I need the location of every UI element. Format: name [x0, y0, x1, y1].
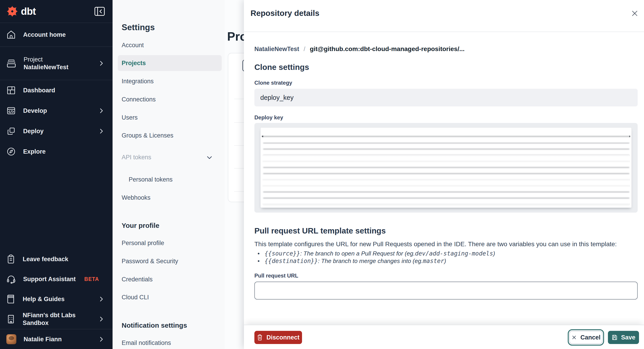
- dbt-logo-text: dbt: [21, 6, 36, 16]
- notification-settings-heading: Notification settings: [122, 321, 187, 330]
- clone-strategy-label: Clone strategy: [254, 80, 638, 86]
- user-avatar: [6, 334, 16, 344]
- feedback-clipboard-icon: [6, 254, 16, 264]
- sidebar-item-label: Explore: [23, 148, 46, 156]
- pr-variable-destination: • {{destination}} : The branch to merge …: [258, 257, 638, 265]
- settings-nav-email-notifications[interactable]: Email notifications: [122, 339, 171, 347]
- sidebar-header: dbt: [0, 0, 112, 23]
- sidebar-item-label: Project NatalieNewTest: [24, 56, 68, 71]
- settings-nav-connections[interactable]: Connections: [122, 95, 156, 104]
- source-variable-suffix: ): [493, 250, 495, 257]
- clone-strategy-select[interactable]: deploy_key: [254, 89, 638, 106]
- sidebar-item-label: Account home: [23, 31, 66, 38]
- breadcrumb-separator: /: [301, 46, 308, 52]
- sidebar-item-account-home[interactable]: Account home: [0, 23, 112, 47]
- settings-nav-password-security[interactable]: Password & Security: [122, 257, 178, 265]
- breadcrumb-project[interactable]: NatalieNewTest: [254, 46, 299, 52]
- settings-nav-credentials[interactable]: Credentials: [122, 275, 153, 284]
- sidebar-user-menu[interactable]: Natalie Fiann: [0, 329, 112, 349]
- panel-title: Repository details: [250, 8, 319, 18]
- sidebar-item-label: Help & Guides: [23, 295, 65, 303]
- sidebar-item-label: Dashboard: [23, 86, 55, 94]
- deploy-layers-icon: [6, 126, 16, 136]
- chevron-right-icon: [98, 60, 104, 66]
- sidebar-item-label: NFiann's dbt Labs Sandbox: [23, 311, 91, 327]
- dbt-logo-icon: [7, 6, 18, 17]
- settings-nav-panel: Settings Account Projects Integrations C…: [112, 0, 225, 349]
- destination-variable-example: master: [423, 257, 444, 265]
- disconnect-button-label: Disconnect: [266, 334, 300, 341]
- destination-variable-desc: : The branch to merge changes into (eg.: [318, 257, 423, 265]
- deploy-key-redacted-content: [260, 127, 632, 208]
- sidebar-item-dashboard[interactable]: Dashboard: [0, 80, 112, 100]
- project-archive-icon: [6, 58, 16, 68]
- pull-request-url-label: Pull request URL: [254, 272, 638, 279]
- deploy-key-field[interactable]: [254, 123, 638, 212]
- home-icon: [6, 30, 16, 40]
- settings-nav-users[interactable]: Users: [122, 114, 138, 122]
- sidebar-item-develop[interactable]: Develop: [0, 100, 112, 121]
- clone-settings-heading: Clone settings: [254, 62, 638, 72]
- sidebar-item-label: Develop: [23, 107, 47, 114]
- dashboard-icon: [6, 86, 16, 95]
- pull-request-url-input[interactable]: [254, 282, 638, 300]
- close-icon[interactable]: [628, 7, 641, 20]
- book-icon: [6, 294, 16, 304]
- save-floppy-icon: [612, 334, 618, 340]
- cancel-button[interactable]: Cancel: [569, 331, 602, 344]
- sidebar-item-label: Deploy: [23, 127, 44, 135]
- sidebar-item-deploy[interactable]: Deploy: [0, 121, 112, 141]
- repository-details-panel: Repository details NatalieNewTest / git@…: [244, 0, 644, 349]
- sidebar-main-nav: Dashboard Develop: [0, 80, 112, 162]
- breadcrumb: NatalieNewTest / git@github.com:dbt-clou…: [254, 45, 638, 53]
- headset-icon: [6, 274, 16, 284]
- sidebar-item-project[interactable]: Project NatalieNewTest: [0, 47, 112, 80]
- chevron-right-icon: [98, 128, 104, 134]
- settings-nav-cloud-cli[interactable]: Cloud CLI: [122, 293, 149, 301]
- settings-nav-account[interactable]: Account: [122, 41, 144, 49]
- settings-nav-api-tokens[interactable]: API tokens: [122, 153, 151, 161]
- settings-nav-personal-tokens[interactable]: Personal tokens: [129, 176, 173, 184]
- source-variable-desc: : The branch to open a Pull Request for …: [300, 250, 415, 257]
- dbt-cloud-app: dbt Account home: [0, 0, 644, 349]
- settings-title: Settings: [122, 23, 155, 32]
- cancel-button-label: Cancel: [580, 334, 601, 341]
- panel-footer: Disconnect Cancel Save: [244, 325, 644, 349]
- user-name: Natalie Fiann: [24, 336, 62, 343]
- settings-nav-integrations[interactable]: Integrations: [122, 77, 154, 85]
- settings-nav-personal-profile[interactable]: Personal profile: [122, 239, 164, 247]
- sidebar-item-help-guides[interactable]: Help & Guides: [0, 289, 112, 309]
- disconnect-button[interactable]: Disconnect: [254, 331, 302, 344]
- cancel-x-icon: [572, 335, 577, 340]
- chevron-down-icon[interactable]: [206, 154, 213, 161]
- destination-variable-suffix: ): [444, 257, 446, 265]
- clone-strategy-value: deploy_key: [260, 94, 294, 102]
- sidebar-item-support-assistant[interactable]: Support Assistant BETA: [0, 269, 112, 289]
- chevron-right-icon: [98, 336, 104, 342]
- sidebar-bottom-nav: Leave feedback Support Assistant BETA: [0, 249, 112, 349]
- deploy-key-label: Deploy key: [254, 114, 638, 121]
- sidebar-item-leave-feedback[interactable]: Leave feedback: [0, 249, 112, 269]
- source-variable-code: {{source}}: [264, 250, 300, 257]
- panel-header: Repository details: [244, 0, 644, 32]
- settings-nav-webhooks[interactable]: Webhooks: [122, 194, 150, 202]
- settings-nav-projects-label: Projects: [122, 59, 146, 67]
- sidebar-item-explore[interactable]: Explore: [0, 141, 112, 162]
- sidebar-item-org-sandbox[interactable]: NFiann's dbt Labs Sandbox: [0, 309, 112, 329]
- pr-template-description: This template configures the URL for new…: [254, 240, 638, 248]
- breadcrumb-repo-url: git@github.com:dbt-cloud-managed-reposit…: [310, 46, 464, 52]
- settings-nav-projects[interactable]: Projects: [118, 55, 222, 71]
- sidebar-item-label: Leave feedback: [23, 255, 68, 263]
- save-button[interactable]: Save: [608, 331, 639, 344]
- chevron-right-icon: [98, 296, 104, 302]
- collapse-sidebar-icon[interactable]: [94, 7, 105, 16]
- settings-nav-groups-licenses[interactable]: Groups & Licenses: [122, 132, 173, 140]
- bullet-dot: •: [258, 257, 260, 265]
- save-button-label: Save: [621, 334, 636, 341]
- trash-icon: [257, 334, 263, 340]
- destination-variable-code: {{destination}}: [264, 257, 318, 265]
- bullet-dot: •: [258, 250, 260, 257]
- dbt-logo[interactable]: dbt: [7, 6, 36, 17]
- source-variable-example: dev/add-staging-models: [415, 250, 493, 257]
- pr-template-heading: Pull request URL template settings: [254, 226, 638, 236]
